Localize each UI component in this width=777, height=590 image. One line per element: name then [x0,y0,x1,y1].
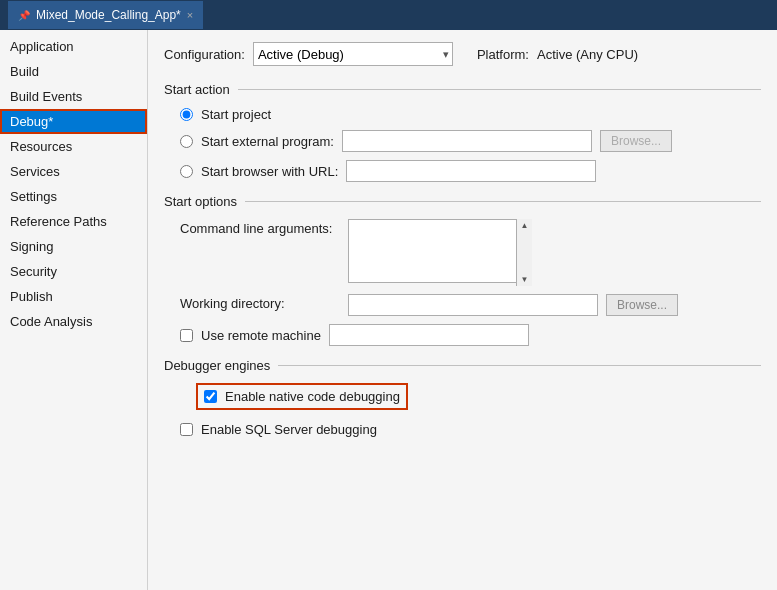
remote-machine-input[interactable] [329,324,529,346]
working-dir-input[interactable] [348,294,598,316]
sidebar-item-signing[interactable]: Signing [0,234,147,259]
start-options-label: Start options [164,194,237,209]
config-label: Configuration: [164,47,245,62]
cmd-line-row: Command line arguments: ▲ ▼ [180,219,761,286]
browser-url-input[interactable] [346,160,596,182]
radio-start-browser-label[interactable]: Start browser with URL: [201,164,338,179]
platform-value: Active (Any CPU) [537,47,638,62]
enable-native-checkbox[interactable] [204,390,217,403]
enable-sql-label[interactable]: Enable SQL Server debugging [201,422,377,437]
enable-native-label[interactable]: Enable native code debugging [225,389,400,404]
working-dir-row: Working directory: Browse... [180,294,761,316]
scroll-down-icon[interactable]: ▼ [521,275,529,284]
section-divider-options [245,201,761,202]
start-action-radio-group: Start project Start external program: Br… [180,107,761,182]
scroll-up-icon[interactable]: ▲ [521,221,529,230]
external-program-input[interactable] [342,130,592,152]
cmd-line-textarea[interactable] [348,219,532,283]
sidebar-item-reference-paths[interactable]: Reference Paths [0,209,147,234]
radio-start-project[interactable] [180,108,193,121]
cmd-line-label: Command line arguments: [180,219,340,236]
use-remote-row: Use remote machine [180,324,761,346]
sidebar-item-settings[interactable]: Settings [0,184,147,209]
title-bar: 📌 Mixed_Mode_Calling_App* × [0,0,777,30]
radio-row-external: Start external program: Browse... [180,130,761,152]
radio-start-browser[interactable] [180,165,193,178]
tab[interactable]: 📌 Mixed_Mode_Calling_App* × [8,1,203,29]
sidebar-item-application[interactable]: Application [0,34,147,59]
start-action-section-header: Start action [164,82,761,97]
radio-start-external-label[interactable]: Start external program: [201,134,334,149]
cmd-line-textarea-wrapper: ▲ ▼ [348,219,532,286]
working-dir-label: Working directory: [180,294,340,311]
config-row: Configuration: Active (Debug) Platform: … [164,42,761,66]
enable-sql-checkbox[interactable] [180,423,193,436]
content-area: Configuration: Active (Debug) Platform: … [148,30,777,590]
sidebar-item-security[interactable]: Security [0,259,147,284]
textarea-scrollbar[interactable]: ▲ ▼ [516,219,532,286]
main-layout: ApplicationBuildBuild EventsDebug*Resour… [0,30,777,590]
debugger-engines-section: Debugger engines Enable native code debu… [164,358,761,437]
sql-debug-row: Enable SQL Server debugging [180,422,761,437]
config-select[interactable]: Active (Debug) [253,42,453,66]
sidebar-item-resources[interactable]: Resources [0,134,147,159]
radio-row-start-project: Start project [180,107,761,122]
section-divider-start [238,89,761,90]
debugger-engines-label: Debugger engines [164,358,270,373]
sidebar-item-publish[interactable]: Publish [0,284,147,309]
config-select-wrapper[interactable]: Active (Debug) [253,42,453,66]
use-remote-label[interactable]: Use remote machine [201,328,321,343]
platform-label: Platform: [477,47,529,62]
sidebar-item-code-analysis[interactable]: Code Analysis [0,309,147,334]
tab-close-icon[interactable]: × [187,9,193,21]
radio-start-project-label[interactable]: Start project [201,107,271,122]
section-divider-engines [278,365,761,366]
sidebar: ApplicationBuildBuild EventsDebug*Resour… [0,30,148,590]
radio-row-browser: Start browser with URL: [180,160,761,182]
tab-title: Mixed_Mode_Calling_App* [36,8,181,22]
native-debug-row: Enable native code debugging [196,383,408,410]
native-debug-wrapper: Enable native code debugging [180,383,761,416]
sidebar-item-build[interactable]: Build [0,59,147,84]
tab-pin-icon: 📌 [18,10,30,21]
start-options-section: Command line arguments: ▲ ▼ Working dire… [164,219,761,346]
browse-external-button[interactable]: Browse... [600,130,672,152]
use-remote-checkbox[interactable] [180,329,193,342]
sidebar-item-services[interactable]: Services [0,159,147,184]
sidebar-item-build-events[interactable]: Build Events [0,84,147,109]
debugger-engines-section-header: Debugger engines [164,358,761,373]
start-options-section-header: Start options [164,194,761,209]
radio-start-external[interactable] [180,135,193,148]
sidebar-item-debug[interactable]: Debug* [0,109,147,134]
browse-working-dir-button[interactable]: Browse... [606,294,678,316]
start-action-label: Start action [164,82,230,97]
